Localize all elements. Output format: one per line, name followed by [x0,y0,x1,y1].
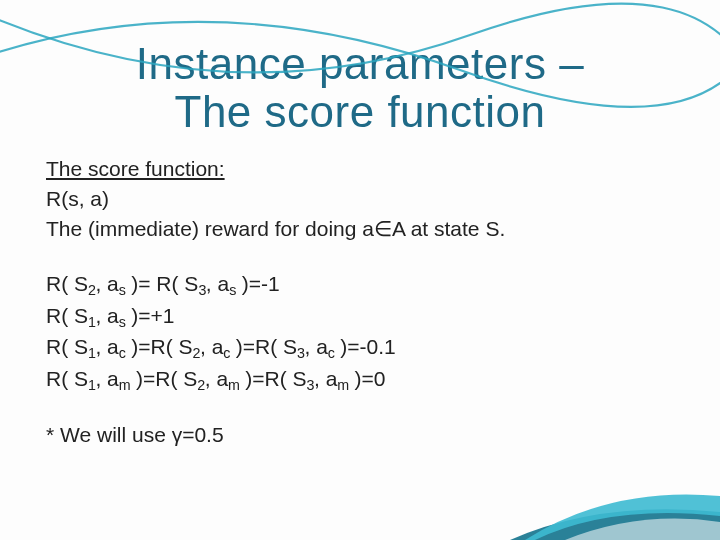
slide-title: Instance parameters – The score function [0,40,720,137]
section-heading: The score function: [46,155,674,183]
equation-4: R( S1, am )=R( S2, am )=R( S3, am )=0 [46,365,674,395]
corner-swoosh-icon [510,450,720,540]
definition-symbol: R(s, a) [46,185,674,213]
title-line-2: The score function [175,87,546,136]
definition-text: The (immediate) reward for doing a∈A at … [46,215,674,243]
title-line-1: Instance parameters – [136,39,584,88]
gamma-note: * We will use γ=0.5 [46,421,674,449]
equation-3: R( S1, ac )=R( S2, ac )=R( S3, ac )=-0.1 [46,333,674,363]
slide-body: The score function: R(s, a) The (immedia… [0,155,720,450]
equation-1: R( S2, as )= R( S3, as )=-1 [46,270,674,300]
equation-2: R( S1, as )=+1 [46,302,674,332]
